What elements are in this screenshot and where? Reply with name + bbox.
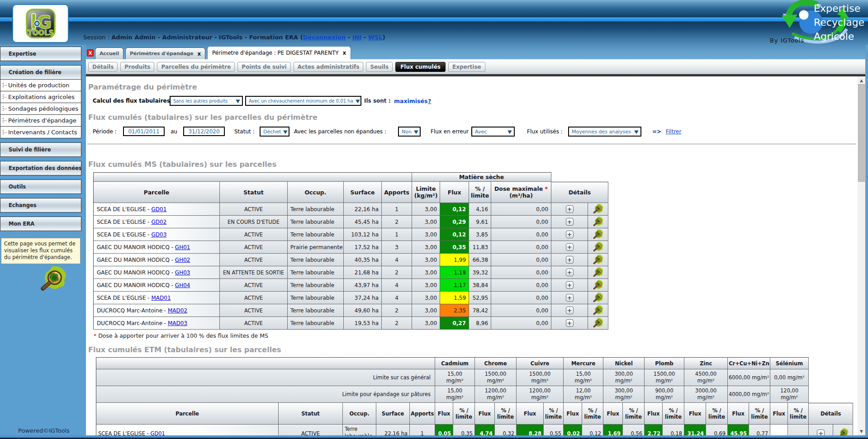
scrollbar-thumb[interactable]	[858, 84, 865, 182]
expand-plus-icon[interactable]: +	[566, 281, 574, 289]
parcelle-link[interactable]: GH02	[175, 257, 190, 263]
scroll-up-arrow[interactable]: ▲	[858, 77, 865, 84]
toolbar-button-expertise[interactable]: Expertise	[448, 62, 485, 72]
parcelle-link[interactable]: MAD02	[168, 307, 187, 314]
sidebar-section-outils[interactable]: Outils	[0, 179, 81, 194]
map-magnifier-icon[interactable]	[593, 280, 603, 291]
parcelle-link[interactable]: GD03	[152, 231, 167, 238]
cell-apports: 1	[410, 425, 435, 435]
sidebar-section-items: Unités de productionExploitations agrico…	[0, 80, 86, 138]
help-link[interactable]: ?	[428, 98, 431, 104]
parcelle-link[interactable]: GH01	[175, 244, 190, 250]
cell-pct-limite: 0,56	[623, 425, 645, 435]
logout-link[interactable]: Déconnexion	[303, 34, 346, 41]
toolbar-button-seuils[interactable]: Seuils	[366, 62, 393, 72]
map-magnifier-icon[interactable]	[593, 217, 603, 227]
select-flux-erreur[interactable]: Avec▼	[471, 127, 515, 137]
map-magnifier-icon[interactable]	[593, 204, 603, 215]
sidebar-section-echanges[interactable]: Echanges	[0, 198, 81, 212]
session-label: Session :	[83, 34, 111, 41]
expand-plus-icon[interactable]: +	[566, 307, 574, 314]
parcelle-link[interactable]: GD01	[152, 206, 167, 212]
sidebar-item-unit-s-de-production[interactable]: Unités de production	[0, 80, 81, 91]
cell-flux: 0,35	[440, 241, 469, 254]
parcelle-link[interactable]: GD02	[152, 219, 167, 225]
expand-plus-icon[interactable]: +	[566, 218, 574, 226]
expand-plus-icon[interactable]: +	[566, 243, 574, 251]
sidebar-section-exportation-des-donn-es[interactable]: Exportation des données	[0, 161, 81, 175]
select-non-epandues[interactable]: Non▼	[398, 127, 421, 137]
cell-surface: 40,35 ha	[344, 254, 382, 266]
tab-close-icon[interactable]: x	[197, 51, 201, 57]
sidebar-section-suivi-de-fili-re[interactable]: Suivi de filière	[0, 142, 81, 157]
table-row: GAEC DU MANOIR HODICQ - GH04ACTIVETerre …	[93, 279, 608, 292]
sidebar-section-cr-ation-de-fili-re[interactable]: Création de filière	[0, 65, 81, 80]
cell-dose-maximale: 0,00	[491, 203, 551, 216]
cell-expand: +	[551, 228, 588, 241]
map-magnifier-icon[interactable]	[838, 428, 849, 436]
cell-map	[588, 254, 608, 266]
toolbar-button-actes-administratifs[interactable]: Actes administratifs	[294, 62, 364, 72]
expand-plus-icon[interactable]: +	[817, 430, 825, 435]
filtrer-link[interactable]: Filtrer	[666, 128, 681, 135]
expand-plus-icon[interactable]: +	[566, 231, 574, 238]
limit-value: 900,00mg/m²	[645, 386, 684, 403]
content-area: DétailsProduitsParcelles du périmètrePoi…	[86, 59, 865, 435]
parcelle-link[interactable]: GH03	[175, 269, 190, 276]
expand-plus-icon[interactable]: +	[566, 205, 574, 213]
map-magnifier-icon[interactable]	[593, 255, 603, 265]
map-magnifier-icon[interactable]	[593, 242, 603, 253]
date-from-input[interactable]: 01/01/2011	[123, 127, 165, 136]
filter-row: Période : 01/01/2011 au 31/12/2020 Statu…	[86, 127, 865, 137]
map-magnifier-icon[interactable]	[593, 318, 603, 329]
map-magnifier-icon[interactable]	[593, 293, 603, 303]
date-to-input[interactable]: 31/12/2020	[183, 127, 225, 136]
scroll-down-arrow[interactable]: ▼	[858, 428, 865, 435]
close-all-tabs-button[interactable]: X	[87, 49, 94, 57]
cell-limite: 3,00	[412, 304, 440, 317]
sidebar-item-p-rim-tres-d-pandage[interactable]: Périmètres d'épandage	[0, 115, 81, 127]
parcelle-link[interactable]: GD01	[150, 430, 165, 436]
toolbar-button-parcelles-du-p-rim-tre[interactable]: Parcelles du périmètre	[157, 62, 235, 72]
cell-flux: 1,18	[440, 266, 469, 279]
toolbar-button-d-tails[interactable]: Détails	[88, 62, 118, 72]
wsl-link[interactable]: WSL	[368, 34, 383, 41]
select-flux-utilises[interactable]: Moyennes des analyses▼	[568, 127, 641, 137]
igtools-logo[interactable]: G TOOLS	[12, 4, 69, 43]
sidebar-item-exploitations-agricoles[interactable]: Exploitations agricoles	[0, 91, 81, 103]
ms-col-parcelle: Parcelle	[93, 182, 220, 203]
tab-perimetre-active[interactable]: Périmetre d'épandage : PE DIGESTAT PAREN…	[207, 46, 351, 59]
ini-link[interactable]: INI	[352, 34, 362, 41]
sidebar-item-intervenants-contacts[interactable]: Intervenants / Contacts	[0, 127, 81, 138]
parcelle-link[interactable]: MAD01	[152, 295, 171, 301]
tab-perimetres[interactable]: Périmètres d'épandagex	[125, 47, 205, 59]
expand-plus-icon[interactable]: +	[566, 256, 574, 264]
expand-plus-icon[interactable]: +	[566, 319, 574, 327]
cell-parcelle: SCEA DE L'EGLISE - GD01	[96, 425, 279, 435]
select-statut[interactable]: Déchet▼	[260, 127, 289, 137]
parcelle-farm: SCEA DE L'EGLISE -	[97, 295, 152, 301]
col-label: limite	[471, 192, 489, 199]
select-overlap-minimum[interactable]: Avec un chevauchement minimum de 0,01 ha…	[245, 96, 361, 106]
cell-flux: 0,05	[435, 425, 453, 435]
map-magnifier-icon[interactable]	[593, 267, 603, 278]
expand-plus-icon[interactable]: +	[566, 269, 574, 276]
toolbar-button-points-de-suivi[interactable]: Points de suivi	[237, 62, 290, 72]
vertical-scrollbar[interactable]: ▲ ▼	[858, 76, 865, 435]
sidebar-item-sondages-p-dologiques[interactable]: Sondages pédologiques	[0, 103, 81, 115]
select-calc-products[interactable]: Sans les autres produits▼	[170, 96, 243, 106]
cell-limite: 3,00	[412, 266, 440, 279]
toolbar-button-produits[interactable]: Produits	[120, 62, 154, 72]
expand-plus-icon[interactable]: +	[566, 294, 574, 302]
parcelle-link[interactable]: GH04	[175, 282, 190, 288]
limit-value: 120,00mg/m²	[770, 386, 809, 403]
tab-close-icon[interactable]: x	[343, 50, 346, 56]
parcelle-link[interactable]: MAD03	[168, 320, 187, 326]
sidebar-section-mon-era[interactable]: Mon ERA	[0, 217, 81, 231]
tab-label: Périmetre d'épandage : PE DIGESTAT PAREN…	[212, 50, 339, 56]
sidebar-section-expertise[interactable]: Expertise	[0, 47, 81, 61]
map-magnifier-icon[interactable]	[593, 305, 603, 316]
map-magnifier-icon[interactable]	[593, 229, 603, 240]
toolbar-button-flux-cumul-s[interactable]: Flux cumulés	[395, 62, 446, 72]
tab-accueil[interactable]: Accueil	[95, 47, 123, 59]
